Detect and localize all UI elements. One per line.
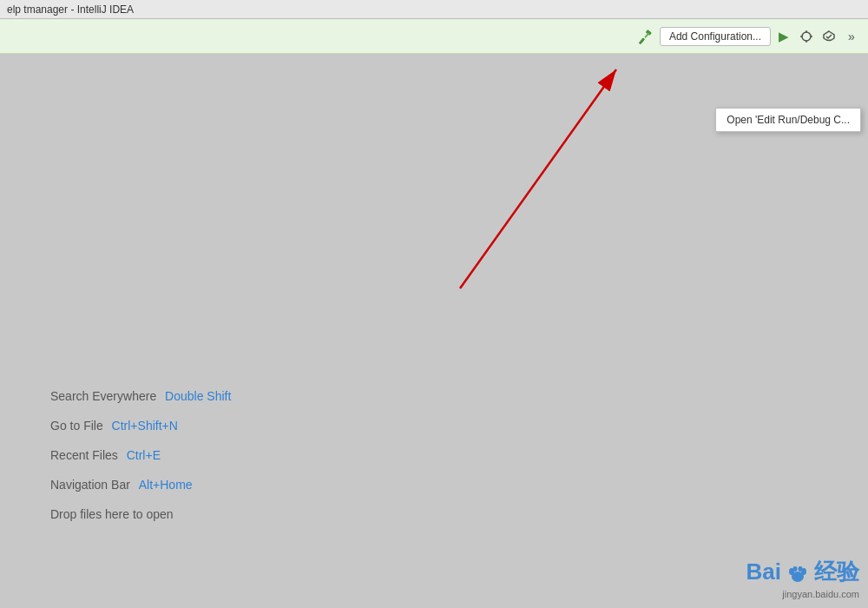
main-area: Open 'Edit Run/Debug C... Search Everywh… (0, 54, 868, 608)
toolbar: Add Configuration... ▶ » (0, 19, 868, 54)
baidu-logo-text: Bai (746, 558, 781, 585)
hint-search-everywhere: Search Everywhere Double Shift (50, 389, 231, 403)
hint-area: Search Everywhere Double Shift Go to Fil… (50, 389, 231, 521)
svg-point-14 (799, 566, 803, 572)
hint-recent-files-prefix: Recent Files (50, 448, 122, 462)
hint-drop-files-text: Drop files here to open (50, 507, 174, 521)
baidu-url: jingyan.baidu.com (782, 589, 859, 599)
hint-navigation-bar-prefix: Navigation Bar (50, 478, 134, 492)
hint-drop-files: Drop files here to open (50, 507, 231, 521)
svg-line-9 (460, 69, 616, 288)
watermark: Bai 经验 jingyan.baidu.com (746, 557, 859, 599)
hint-navigation-bar-shortcut: Alt+Home (139, 478, 193, 492)
run-icon[interactable]: ▶ (774, 27, 793, 46)
hammer-icon[interactable] (637, 27, 656, 46)
add-configuration-button[interactable]: Add Configuration... (660, 27, 771, 46)
svg-rect-1 (639, 37, 645, 44)
annotation-arrow (0, 54, 868, 608)
hint-recent-files-shortcut: Ctrl+E (127, 448, 161, 462)
dropdown-tooltip[interactable]: Open 'Edit Run/Debug C... (715, 108, 861, 132)
hint-go-to-file-shortcut: Ctrl+Shift+N (112, 419, 178, 433)
more-run-options-icon[interactable]: » (842, 27, 861, 46)
title-text: elp tmanager - IntelliJ IDEA (7, 3, 134, 16)
svg-point-3 (802, 32, 811, 41)
hint-search-everywhere-prefix: Search Everywhere (50, 389, 160, 403)
baidu-logo-text2: 经验 (814, 557, 859, 587)
hint-search-everywhere-shortcut: Double Shift (165, 389, 231, 403)
coverage-icon[interactable] (819, 27, 838, 46)
svg-point-13 (793, 566, 798, 572)
debug-icon[interactable] (797, 27, 816, 46)
title-bar: elp tmanager - IntelliJ IDEA (0, 0, 868, 19)
hint-navigation-bar: Navigation Bar Alt+Home (50, 478, 231, 492)
hint-go-to-file: Go to File Ctrl+Shift+N (50, 419, 231, 433)
hint-go-to-file-prefix: Go to File (50, 419, 107, 433)
baidu-paw-icon (785, 559, 811, 585)
hint-recent-files: Recent Files Ctrl+E (50, 448, 231, 462)
